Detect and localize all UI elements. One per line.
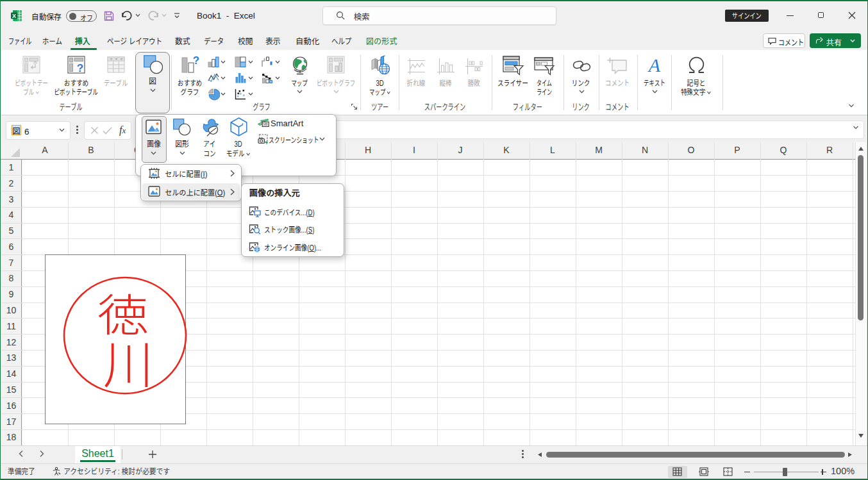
- svg-text:?: ?: [193, 56, 199, 67]
- svg-text:川: 川: [103, 324, 153, 398]
- svg-text:A: A: [647, 56, 661, 75]
- svg-text:X: X: [12, 13, 16, 19]
- svg-text:?: ?: [77, 62, 83, 74]
